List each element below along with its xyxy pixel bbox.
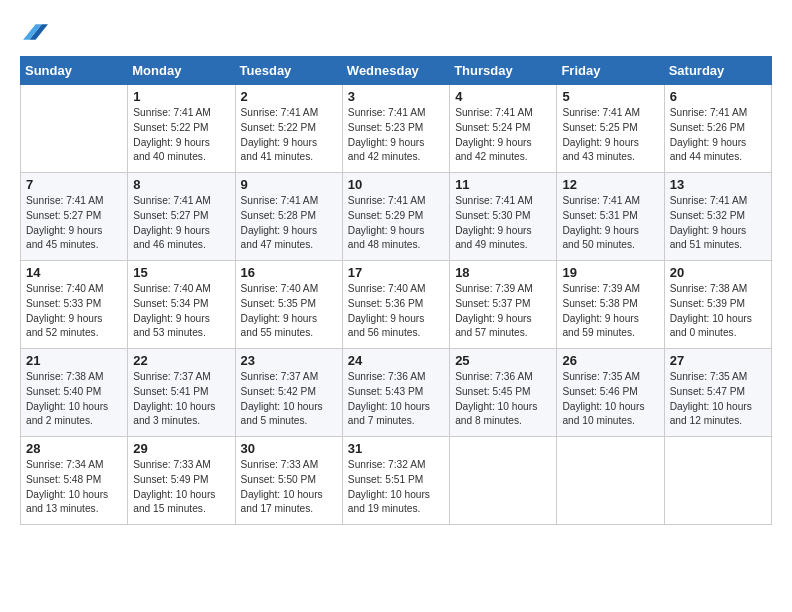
page: SundayMondayTuesdayWednesdayThursdayFrid…: [0, 0, 792, 612]
day-info: Sunrise: 7:32 AM Sunset: 5:51 PM Dayligh…: [348, 458, 444, 517]
day-info: Sunrise: 7:40 AM Sunset: 5:36 PM Dayligh…: [348, 282, 444, 341]
calendar-cell: 31Sunrise: 7:32 AM Sunset: 5:51 PM Dayli…: [342, 437, 449, 525]
calendar-cell: 29Sunrise: 7:33 AM Sunset: 5:49 PM Dayli…: [128, 437, 235, 525]
calendar-header-sunday: Sunday: [21, 57, 128, 85]
calendar-cell: 21Sunrise: 7:38 AM Sunset: 5:40 PM Dayli…: [21, 349, 128, 437]
calendar-cell: 11Sunrise: 7:41 AM Sunset: 5:30 PM Dayli…: [450, 173, 557, 261]
calendar-cell: 19Sunrise: 7:39 AM Sunset: 5:38 PM Dayli…: [557, 261, 664, 349]
day-number: 11: [455, 177, 551, 192]
day-number: 19: [562, 265, 658, 280]
day-info: Sunrise: 7:33 AM Sunset: 5:50 PM Dayligh…: [241, 458, 337, 517]
day-info: Sunrise: 7:34 AM Sunset: 5:48 PM Dayligh…: [26, 458, 122, 517]
day-number: 22: [133, 353, 229, 368]
calendar-cell: 15Sunrise: 7:40 AM Sunset: 5:34 PM Dayli…: [128, 261, 235, 349]
calendar-cell: 24Sunrise: 7:36 AM Sunset: 5:43 PM Dayli…: [342, 349, 449, 437]
day-number: 16: [241, 265, 337, 280]
day-info: Sunrise: 7:36 AM Sunset: 5:45 PM Dayligh…: [455, 370, 551, 429]
calendar-header-friday: Friday: [557, 57, 664, 85]
day-number: 24: [348, 353, 444, 368]
day-number: 12: [562, 177, 658, 192]
day-info: Sunrise: 7:41 AM Sunset: 5:26 PM Dayligh…: [670, 106, 766, 165]
calendar-cell: 8Sunrise: 7:41 AM Sunset: 5:27 PM Daylig…: [128, 173, 235, 261]
day-number: 31: [348, 441, 444, 456]
day-info: Sunrise: 7:41 AM Sunset: 5:29 PM Dayligh…: [348, 194, 444, 253]
calendar-header-wednesday: Wednesday: [342, 57, 449, 85]
day-number: 21: [26, 353, 122, 368]
calendar-cell: 5Sunrise: 7:41 AM Sunset: 5:25 PM Daylig…: [557, 85, 664, 173]
day-info: Sunrise: 7:40 AM Sunset: 5:34 PM Dayligh…: [133, 282, 229, 341]
day-info: Sunrise: 7:38 AM Sunset: 5:39 PM Dayligh…: [670, 282, 766, 341]
day-number: 8: [133, 177, 229, 192]
day-info: Sunrise: 7:41 AM Sunset: 5:28 PM Dayligh…: [241, 194, 337, 253]
calendar-cell: 4Sunrise: 7:41 AM Sunset: 5:24 PM Daylig…: [450, 85, 557, 173]
day-number: 9: [241, 177, 337, 192]
calendar-cell: 18Sunrise: 7:39 AM Sunset: 5:37 PM Dayli…: [450, 261, 557, 349]
header: [20, 18, 772, 46]
day-info: Sunrise: 7:38 AM Sunset: 5:40 PM Dayligh…: [26, 370, 122, 429]
day-info: Sunrise: 7:41 AM Sunset: 5:30 PM Dayligh…: [455, 194, 551, 253]
calendar-cell: 6Sunrise: 7:41 AM Sunset: 5:26 PM Daylig…: [664, 85, 771, 173]
calendar-header-monday: Monday: [128, 57, 235, 85]
calendar-cell: 14Sunrise: 7:40 AM Sunset: 5:33 PM Dayli…: [21, 261, 128, 349]
day-info: Sunrise: 7:37 AM Sunset: 5:41 PM Dayligh…: [133, 370, 229, 429]
day-number: 29: [133, 441, 229, 456]
day-number: 3: [348, 89, 444, 104]
day-info: Sunrise: 7:40 AM Sunset: 5:35 PM Dayligh…: [241, 282, 337, 341]
day-number: 2: [241, 89, 337, 104]
day-number: 1: [133, 89, 229, 104]
day-info: Sunrise: 7:36 AM Sunset: 5:43 PM Dayligh…: [348, 370, 444, 429]
calendar-cell: 9Sunrise: 7:41 AM Sunset: 5:28 PM Daylig…: [235, 173, 342, 261]
logo-icon: [20, 18, 48, 46]
calendar-cell: 20Sunrise: 7:38 AM Sunset: 5:39 PM Dayli…: [664, 261, 771, 349]
calendar-header-row: SundayMondayTuesdayWednesdayThursdayFrid…: [21, 57, 772, 85]
day-number: 5: [562, 89, 658, 104]
calendar-week-row: 1Sunrise: 7:41 AM Sunset: 5:22 PM Daylig…: [21, 85, 772, 173]
calendar-cell: [21, 85, 128, 173]
day-number: 6: [670, 89, 766, 104]
calendar-cell: 7Sunrise: 7:41 AM Sunset: 5:27 PM Daylig…: [21, 173, 128, 261]
calendar-header-saturday: Saturday: [664, 57, 771, 85]
day-info: Sunrise: 7:41 AM Sunset: 5:24 PM Dayligh…: [455, 106, 551, 165]
day-number: 28: [26, 441, 122, 456]
calendar-cell: 10Sunrise: 7:41 AM Sunset: 5:29 PM Dayli…: [342, 173, 449, 261]
day-number: 20: [670, 265, 766, 280]
day-number: 25: [455, 353, 551, 368]
day-info: Sunrise: 7:41 AM Sunset: 5:22 PM Dayligh…: [241, 106, 337, 165]
calendar-cell: 17Sunrise: 7:40 AM Sunset: 5:36 PM Dayli…: [342, 261, 449, 349]
calendar-cell: 27Sunrise: 7:35 AM Sunset: 5:47 PM Dayli…: [664, 349, 771, 437]
day-info: Sunrise: 7:41 AM Sunset: 5:32 PM Dayligh…: [670, 194, 766, 253]
day-info: Sunrise: 7:39 AM Sunset: 5:38 PM Dayligh…: [562, 282, 658, 341]
calendar-cell: 23Sunrise: 7:37 AM Sunset: 5:42 PM Dayli…: [235, 349, 342, 437]
day-number: 26: [562, 353, 658, 368]
day-info: Sunrise: 7:41 AM Sunset: 5:27 PM Dayligh…: [26, 194, 122, 253]
calendar-cell: 22Sunrise: 7:37 AM Sunset: 5:41 PM Dayli…: [128, 349, 235, 437]
day-info: Sunrise: 7:33 AM Sunset: 5:49 PM Dayligh…: [133, 458, 229, 517]
calendar-cell: 26Sunrise: 7:35 AM Sunset: 5:46 PM Dayli…: [557, 349, 664, 437]
calendar-week-row: 21Sunrise: 7:38 AM Sunset: 5:40 PM Dayli…: [21, 349, 772, 437]
calendar-cell: 12Sunrise: 7:41 AM Sunset: 5:31 PM Dayli…: [557, 173, 664, 261]
day-number: 10: [348, 177, 444, 192]
day-number: 23: [241, 353, 337, 368]
logo: [20, 18, 52, 46]
day-info: Sunrise: 7:41 AM Sunset: 5:25 PM Dayligh…: [562, 106, 658, 165]
day-info: Sunrise: 7:41 AM Sunset: 5:22 PM Dayligh…: [133, 106, 229, 165]
day-info: Sunrise: 7:39 AM Sunset: 5:37 PM Dayligh…: [455, 282, 551, 341]
calendar-header-tuesday: Tuesday: [235, 57, 342, 85]
calendar-cell: 30Sunrise: 7:33 AM Sunset: 5:50 PM Dayli…: [235, 437, 342, 525]
calendar-week-row: 28Sunrise: 7:34 AM Sunset: 5:48 PM Dayli…: [21, 437, 772, 525]
calendar-cell: 3Sunrise: 7:41 AM Sunset: 5:23 PM Daylig…: [342, 85, 449, 173]
calendar-week-row: 14Sunrise: 7:40 AM Sunset: 5:33 PM Dayli…: [21, 261, 772, 349]
calendar-cell: 13Sunrise: 7:41 AM Sunset: 5:32 PM Dayli…: [664, 173, 771, 261]
calendar-table: SundayMondayTuesdayWednesdayThursdayFrid…: [20, 56, 772, 525]
day-number: 30: [241, 441, 337, 456]
day-number: 27: [670, 353, 766, 368]
day-number: 13: [670, 177, 766, 192]
day-number: 14: [26, 265, 122, 280]
day-number: 4: [455, 89, 551, 104]
day-info: Sunrise: 7:41 AM Sunset: 5:31 PM Dayligh…: [562, 194, 658, 253]
calendar-cell: [557, 437, 664, 525]
calendar-cell: 2Sunrise: 7:41 AM Sunset: 5:22 PM Daylig…: [235, 85, 342, 173]
calendar-header-thursday: Thursday: [450, 57, 557, 85]
day-info: Sunrise: 7:37 AM Sunset: 5:42 PM Dayligh…: [241, 370, 337, 429]
calendar-week-row: 7Sunrise: 7:41 AM Sunset: 5:27 PM Daylig…: [21, 173, 772, 261]
